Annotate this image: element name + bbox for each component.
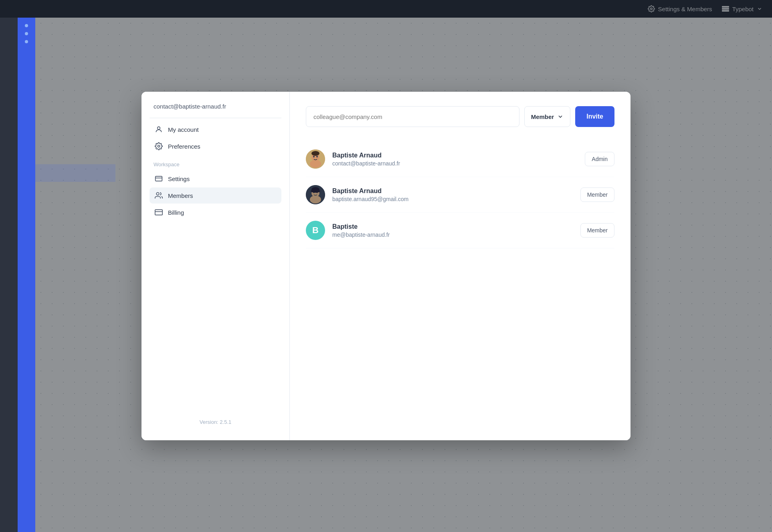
credit-card-icon	[154, 208, 163, 216]
svg-point-23	[311, 189, 320, 193]
workspace-section-label: Workspace	[150, 155, 281, 171]
member-email: baptiste.arnaud95@gmail.com	[332, 196, 580, 202]
modal-dialog: contact@baptiste-arnaud.fr My account Pr…	[141, 92, 631, 440]
member-role-badge[interactable]: Member	[580, 187, 614, 202]
avatar-letter: B	[312, 225, 319, 236]
table-row: Baptiste Arnaud contact@baptiste-arnaud.…	[306, 141, 614, 177]
sidebar-item-members[interactable]: Members	[150, 187, 281, 204]
member-info: Baptiste Arnaud contact@baptiste-arnaud.…	[332, 152, 585, 167]
member-info: Baptiste Arnaud baptiste.arnaud95@gmail.…	[332, 187, 580, 202]
member-info: Baptiste me@baptiste-arnaud.fr	[332, 223, 580, 238]
settings-card-icon	[154, 175, 163, 183]
person-icon	[154, 125, 163, 133]
chevron-down-icon	[557, 113, 564, 120]
table-row: B Baptiste me@baptiste-arnaud.fr Member	[306, 213, 614, 248]
avatar-img	[306, 185, 325, 204]
user-email: contact@baptiste-arnaud.fr	[150, 103, 281, 118]
avatar	[306, 185, 325, 204]
sidebar-item-preferences[interactable]: Preferences	[150, 138, 281, 154]
bg-left-sidebar	[18, 18, 35, 532]
svg-point-14	[313, 156, 315, 157]
svg-point-4	[158, 127, 160, 129]
member-role-badge[interactable]: Admin	[585, 152, 614, 166]
table-row: Baptiste Arnaud baptiste.arnaud95@gmail.…	[306, 177, 614, 213]
svg-point-5	[158, 145, 160, 147]
svg-rect-9	[155, 210, 162, 215]
role-select[interactable]: Member	[524, 106, 571, 127]
avatar-img	[306, 149, 325, 169]
svg-point-8	[156, 193, 159, 195]
main-content: Member Invite	[290, 92, 631, 440]
role-select-label: Member	[531, 113, 554, 120]
member-role-badge[interactable]: Member	[580, 223, 614, 238]
sidebar-item-billing-label: Billing	[168, 209, 184, 216]
bg-selection	[35, 164, 115, 182]
version-label: Version: 2.5.1	[150, 415, 281, 429]
member-email: me@baptiste-arnaud.fr	[332, 232, 580, 238]
member-name: Baptiste	[332, 223, 580, 230]
invite-button[interactable]: Invite	[575, 106, 614, 127]
avatar: B	[306, 221, 325, 240]
sidebar-item-my-account[interactable]: My account	[150, 121, 281, 137]
invite-row: Member Invite	[306, 106, 614, 127]
sidebar-item-settings-label: Settings	[168, 175, 190, 182]
svg-point-19	[310, 195, 321, 204]
gear-icon	[154, 142, 163, 150]
modal-sidebar: contact@baptiste-arnaud.fr My account Pr…	[141, 92, 290, 440]
sidebar-item-my-account-label: My account	[168, 126, 199, 133]
sidebar-item-settings[interactable]: Settings	[150, 171, 281, 187]
sidebar-item-preferences-label: Preferences	[168, 143, 200, 150]
svg-point-16	[311, 151, 319, 156]
svg-rect-6	[156, 176, 162, 181]
sidebar-item-billing[interactable]: Billing	[150, 204, 281, 220]
invite-email-input[interactable]	[306, 106, 519, 127]
member-email: contact@baptiste-arnaud.fr	[332, 160, 585, 167]
avatar	[306, 149, 325, 169]
member-name: Baptiste Arnaud	[332, 152, 585, 159]
member-list: Baptiste Arnaud contact@baptiste-arnaud.…	[306, 141, 614, 248]
svg-point-13	[310, 160, 321, 168]
sidebar-item-members-label: Members	[168, 192, 193, 199]
users-icon	[154, 191, 163, 200]
member-name: Baptiste Arnaud	[332, 187, 580, 195]
svg-point-15	[316, 156, 318, 157]
